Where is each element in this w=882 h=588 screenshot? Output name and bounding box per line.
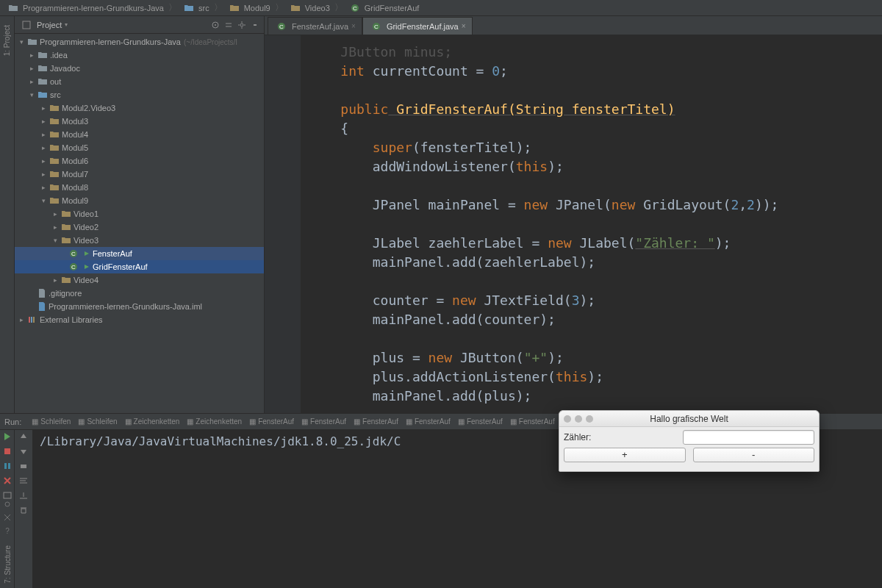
breadcrumb-project[interactable]: Programmieren-lernen-Grundkurs-Java <box>6 4 164 12</box>
svg-point-24 <box>5 502 10 506</box>
tree-item-gitignore[interactable]: .gitignore <box>15 287 264 300</box>
tree-item[interactable]: ▸Modul5 <box>15 141 264 154</box>
expand-arrow-icon[interactable]: ▸ <box>40 104 47 112</box>
expand-arrow-icon[interactable]: ▸ <box>40 118 47 125</box>
run-config-tab[interactable]: ▦FensterAuf <box>298 417 349 426</box>
help-icon[interactable]: ? <box>3 526 12 535</box>
code-editor[interactable]: JButton minus; int currentCount = 0; pub… <box>301 35 882 413</box>
tree-item[interactable]: ▸Video2 <box>15 220 264 234</box>
target-icon[interactable] <box>211 21 220 29</box>
editor-tab-gridfensterauf[interactable]: C GridFensterAuf.java × <box>362 17 473 35</box>
run-config-tab[interactable]: ▦Schleifen <box>75 417 120 426</box>
tree-item[interactable]: ▸.idea <box>15 49 264 62</box>
tree-item-fensterauf[interactable]: CFensterAuf <box>15 247 264 260</box>
expand-arrow-icon[interactable]: ▸ <box>51 223 59 231</box>
wrap-icon[interactable] <box>18 476 29 486</box>
run-config-tab[interactable]: ▦FensterAuf <box>403 417 453 426</box>
expand-arrow-icon[interactable]: ▸ <box>51 276 59 284</box>
dump-icon[interactable] <box>2 490 12 501</box>
breadcrumb-video3[interactable]: Video3 <box>288 4 330 12</box>
expand-arrow-icon[interactable]: ▾ <box>51 237 59 244</box>
tree-label: Modul4 <box>62 130 88 139</box>
tree-item[interactable]: ▸Video1 <box>15 207 264 220</box>
run-icon: ▦ <box>301 417 308 426</box>
editor-tab-fensterauf[interactable]: C FensterAuf.java × <box>268 17 362 35</box>
tree-label: FensterAuf <box>93 249 132 258</box>
rerun-icon[interactable] <box>2 431 12 442</box>
zaehler-input[interactable] <box>683 430 814 445</box>
tree-item-iml[interactable]: Programmieren-lernen-Grundkurs-Java.iml <box>15 300 264 313</box>
tree-item[interactable]: ▸Modul3 <box>15 115 264 128</box>
run-config-tab[interactable]: ▦Schleifen <box>29 417 74 426</box>
expand-arrow-icon[interactable]: ▸ <box>40 184 47 191</box>
close-icon[interactable]: × <box>351 22 356 30</box>
close-icon[interactable]: × <box>462 22 466 30</box>
stop-icon[interactable] <box>2 446 12 456</box>
swing-app-window[interactable]: Hallo grafische Welt Zähler: + - <box>559 410 820 472</box>
structure-tool-button[interactable]: 7: Structure <box>4 545 12 584</box>
tree-item[interactable]: ▸out <box>15 75 264 88</box>
tree-item[interactable]: ▸Modul8 <box>15 181 264 194</box>
project-tree[interactable]: ▾ Programmieren-lernen-Grundkurs-Java (~… <box>15 34 264 413</box>
run-config-tab[interactable]: ▦FensterAuf <box>246 417 297 426</box>
settings-icon[interactable] <box>3 500 12 509</box>
run-config-tab[interactable]: ▦FensterAuf <box>455 417 506 426</box>
run-config-tab[interactable]: ▦FensterAuf <box>351 417 401 426</box>
down-icon[interactable] <box>18 446 29 456</box>
exit-icon[interactable] <box>2 476 12 486</box>
svg-rect-22 <box>4 492 11 498</box>
print-icon[interactable] <box>18 461 29 471</box>
tree-item-gridfensterauf[interactable]: CGridFensterAuf <box>15 260 264 273</box>
expand-arrow-icon[interactable]: ▸ <box>40 144 47 151</box>
expand-arrow-icon[interactable]: ▸ <box>51 210 59 218</box>
minimize-traffic-icon[interactable] <box>575 415 582 423</box>
tree-root[interactable]: ▾ Programmieren-lernen-Grundkurs-Java (~… <box>15 35 264 49</box>
svg-rect-7 <box>254 24 257 26</box>
run-config-tab[interactable]: ▦Zeichenketten <box>122 417 183 426</box>
up-icon[interactable] <box>18 431 29 442</box>
breadcrumb-label: Programmieren-lernen-Grundkurs-Java <box>23 4 164 12</box>
run-config-tab[interactable]: ▦Zeichenketten <box>184 417 245 426</box>
minus-button[interactable]: - <box>693 448 815 462</box>
collapse-icon[interactable] <box>224 21 233 29</box>
tree-item[interactable]: ▸Modul4 <box>15 128 264 141</box>
expand-arrow-icon[interactable]: ▾ <box>18 38 25 46</box>
trash-icon[interactable] <box>18 505 29 515</box>
tree-item[interactable]: ▸Video4 <box>15 273 264 287</box>
breadcrumb-class[interactable]: C GridFensterAuf <box>348 4 420 12</box>
tree-item-video3[interactable]: ▾Video3 <box>15 234 264 247</box>
expand-arrow-icon[interactable]: ▸ <box>40 131 47 138</box>
expand-arrow-icon[interactable]: ▸ <box>40 171 47 178</box>
close-traffic-icon[interactable] <box>564 415 571 423</box>
window-titlebar[interactable]: Hallo grafische Welt <box>559 411 819 427</box>
chevron-right-icon: 〉 <box>275 1 284 14</box>
tree-item[interactable]: ▸Modul7 <box>15 168 264 181</box>
close-icon[interactable] <box>3 513 12 522</box>
tree-item[interactable]: ▸Modul2.Video3 <box>15 101 264 115</box>
expand-arrow-icon[interactable]: ▸ <box>40 157 47 165</box>
expand-arrow-icon[interactable]: ▸ <box>18 316 25 323</box>
zoom-traffic-icon[interactable] <box>586 415 593 423</box>
expand-arrow-icon[interactable]: ▸ <box>28 51 35 59</box>
expand-arrow-icon[interactable]: ▸ <box>28 65 35 72</box>
expand-arrow-icon[interactable]: ▾ <box>40 197 47 204</box>
hide-icon[interactable] <box>251 21 259 29</box>
project-tool-button[interactable]: 1: Project <box>3 25 11 56</box>
expand-arrow-icon[interactable]: ▸ <box>28 78 35 85</box>
pause-icon[interactable] <box>2 461 12 471</box>
plus-button[interactable]: + <box>564 448 686 462</box>
tree-item[interactable]: ▸Modul6 <box>15 154 264 168</box>
tree-item-src[interactable]: ▾src <box>15 88 264 101</box>
tree-item[interactable]: ▸Javadoc <box>15 62 264 75</box>
expand-arrow-icon[interactable]: ▾ <box>28 91 35 98</box>
scroll-icon[interactable] <box>18 490 29 501</box>
breadcrumb-src[interactable]: src <box>182 4 209 12</box>
run-config-tab[interactable]: ▦FensterAuf <box>507 417 558 426</box>
tree-item-extlib[interactable]: ▸External Libraries <box>15 313 264 326</box>
package-icon <box>50 157 59 165</box>
tree-item-modul9[interactable]: ▾Modul9 <box>15 194 264 207</box>
breadcrumb-modul9[interactable]: Modul9 <box>227 4 270 12</box>
editor-gutter[interactable] <box>265 35 301 413</box>
gear-icon[interactable] <box>237 21 246 29</box>
dropdown-icon[interactable]: ▾ <box>65 21 68 28</box>
